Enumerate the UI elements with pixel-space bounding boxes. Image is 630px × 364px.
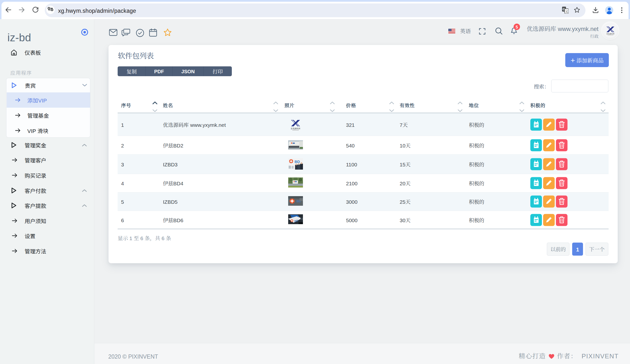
svg-text:优选源码库: 优选源码库 bbox=[606, 32, 614, 35]
svg-text:BD: BD bbox=[294, 160, 300, 164]
svg-text:文: 文 bbox=[565, 9, 568, 13]
svg-text:优选源码库: 优选源码库 bbox=[291, 127, 300, 130]
